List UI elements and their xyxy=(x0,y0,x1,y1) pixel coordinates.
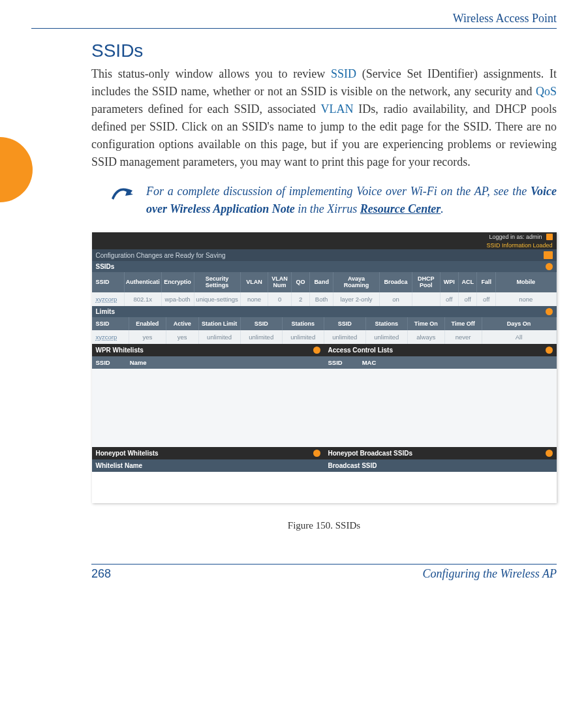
acl-subhead: SSID MAC xyxy=(324,356,557,369)
col-header: Avaya Roaming xyxy=(333,272,379,292)
section-label: Honeypot Whitelists xyxy=(96,450,159,457)
table-header-row: SSID Authenticati Encryptio Security Set… xyxy=(92,272,557,292)
col-header: SSID xyxy=(324,317,365,330)
col-header: Mobile xyxy=(495,272,556,292)
col-header: SSID xyxy=(92,272,125,292)
save-icon[interactable] xyxy=(544,251,553,259)
figure-screenshot: Logged in as: admin SSID Information Loa… xyxy=(92,232,557,503)
col-header: Authenticati xyxy=(124,272,161,292)
section-label: Access Control Lists xyxy=(328,347,393,354)
section-honeypot-bc: Honeypot Broadcast SSIDs xyxy=(324,447,557,459)
help-icon[interactable] xyxy=(546,347,553,354)
help-icon[interactable] xyxy=(313,450,320,457)
cell: off xyxy=(477,292,495,306)
col-header: ACL xyxy=(458,272,476,292)
section-limits: Limits xyxy=(92,306,557,317)
col-header: SSID xyxy=(240,317,282,330)
ssids-table: SSID Authenticati Encryptio Security Set… xyxy=(92,272,557,306)
help-icon[interactable] xyxy=(546,308,553,315)
note-icon xyxy=(111,185,133,206)
empty-area xyxy=(92,472,557,503)
chapter-title: Configuring the Wireless AP xyxy=(423,567,557,581)
col-header: Enabled xyxy=(129,317,166,330)
link-resource-center[interactable]: Resource Center xyxy=(360,202,441,215)
empty-area xyxy=(92,369,557,447)
col-header: Days On xyxy=(482,317,556,330)
col-header: DHCP Pool xyxy=(412,272,440,292)
section-ssids: SSIDs xyxy=(92,261,557,272)
text: parameters defined for each SSID, associ… xyxy=(91,102,320,116)
col-header: Name xyxy=(130,359,147,366)
col-header: Security Settings xyxy=(194,272,240,292)
page-footer: 268 Configuring the Wireless AP xyxy=(91,564,557,581)
header-rule xyxy=(31,28,557,29)
cell: unlimited xyxy=(240,330,282,344)
text: . xyxy=(441,202,444,215)
col-header: QO xyxy=(291,272,309,292)
section-label: SSIDs xyxy=(96,263,115,270)
section-acl: Access Control Lists xyxy=(324,344,557,356)
cell: none xyxy=(495,292,556,306)
cell: unlimited xyxy=(324,330,365,344)
cell: yes xyxy=(129,330,166,344)
whitelist-row: WPR Whitelists SSID Name Access Control … xyxy=(92,344,557,369)
logout-icon[interactable] xyxy=(546,234,553,240)
section-honeypot-wl: Honeypot Whitelists xyxy=(92,447,324,459)
ssid-link[interactable]: xyzcorp xyxy=(92,292,125,306)
cell: All xyxy=(482,330,556,344)
save-text: Configuration Changes are Ready for Savi… xyxy=(96,252,226,259)
ssid-link[interactable]: xyzcorp xyxy=(92,330,129,344)
ss-save-bar: Configuration Changes are Ready for Savi… xyxy=(92,249,557,261)
logged-in-label: Logged in as: admin xyxy=(489,234,542,240)
col-header: Stations xyxy=(365,317,407,330)
col-header: Station Limit xyxy=(198,317,240,330)
col-header: SSID xyxy=(96,359,110,366)
cell: Both xyxy=(310,292,333,306)
col-header: Fall xyxy=(477,272,495,292)
cell: on xyxy=(380,292,412,306)
col-header: VLAN Num xyxy=(268,272,292,292)
limits-table: SSID Enabled Active Station Limit SSID S… xyxy=(92,317,557,344)
text: For a complete discussion of implementin… xyxy=(146,185,531,198)
link-vlan[interactable]: VLAN xyxy=(320,102,353,116)
help-icon[interactable] xyxy=(313,347,320,354)
help-icon[interactable] xyxy=(546,263,553,270)
section-label: Honeypot Broadcast SSIDs xyxy=(328,450,412,457)
body-paragraph: This status-only window allows you to re… xyxy=(91,65,557,171)
ss-status: SSID Information Loaded xyxy=(92,241,557,249)
col-header: VLAN xyxy=(240,272,268,292)
col-header: Time Off xyxy=(444,317,482,330)
cell xyxy=(412,292,440,306)
col-header: MAC xyxy=(362,359,377,366)
col-header: WPI xyxy=(440,272,458,292)
text: This status-only window allows you to re… xyxy=(91,67,331,80)
link-ssid[interactable]: SSID xyxy=(331,67,356,80)
cell: always xyxy=(407,330,444,344)
section-label: WPR Whitelists xyxy=(96,347,144,354)
cell: yes xyxy=(166,330,198,344)
col-header: SSID xyxy=(328,359,343,366)
cell: none xyxy=(240,292,268,306)
cell: unique-settings xyxy=(194,292,240,306)
table-header-row: SSID Enabled Active Station Limit SSID S… xyxy=(92,317,557,330)
text: in the Xirrus xyxy=(295,202,360,215)
cell: unlimited xyxy=(282,330,324,344)
running-header: Wireless Access Point xyxy=(31,12,557,25)
table-row: xyzcorp 802.1x wpa-both unique-settings … xyxy=(92,292,557,306)
content-area: SSIDs This status-only window allows you… xyxy=(31,40,557,531)
cell: unlimited xyxy=(365,330,407,344)
col-header: Band xyxy=(310,272,333,292)
cell: never xyxy=(444,330,482,344)
col-header: Stations xyxy=(282,317,324,330)
thumb-tab xyxy=(0,137,33,202)
help-icon[interactable] xyxy=(546,450,553,457)
section-wpr: WPR Whitelists xyxy=(92,344,324,356)
ss-topbar: Logged in as: admin xyxy=(92,232,557,241)
cell: wpa-both xyxy=(161,292,194,306)
cell: unlimited xyxy=(198,330,240,344)
link-qos[interactable]: QoS xyxy=(536,85,557,98)
section-heading: SSIDs xyxy=(91,40,557,61)
honeypot-row: Honeypot Whitelists Whitelist Name Honey… xyxy=(92,447,557,472)
cell: 2 xyxy=(291,292,309,306)
page-number: 268 xyxy=(91,567,111,581)
